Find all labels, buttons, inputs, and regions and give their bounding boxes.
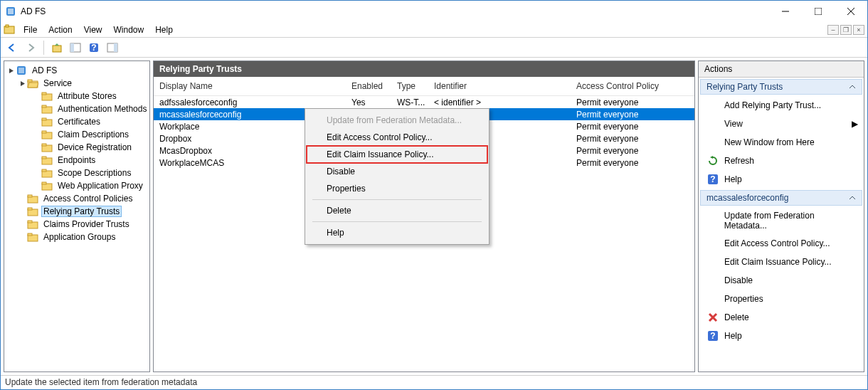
action-item[interactable]: ?Help (699, 170, 864, 189)
tree-pane: AD FSServiceAttribute StoresAuthenticati… (4, 60, 150, 372)
action-item-label: Edit Access Control Policy... (724, 238, 830, 248)
context-menu-item[interactable]: Help (307, 224, 487, 241)
status-bar: Update the selected item from federation… (1, 375, 867, 389)
tree-item-access-control-policies[interactable]: Access Control Policies (4, 192, 149, 205)
list-column-headers: Display Name Enabled Type Identifier Acc… (154, 77, 694, 96)
context-menu-item[interactable]: Delete (307, 202, 487, 219)
actions-group-header[interactable]: Relying Party Trusts (700, 79, 862, 95)
svg-rect-22 (42, 105, 46, 107)
collapse-icon[interactable] (849, 194, 856, 201)
up-button[interactable] (48, 39, 65, 56)
tree-twisty[interactable] (7, 68, 16, 74)
svg-rect-28 (42, 144, 46, 146)
action-item[interactable]: Update from Federation Metadata... (699, 207, 864, 234)
action-item[interactable]: View▶ (699, 115, 864, 133)
actions-pane-header: Actions (699, 61, 864, 78)
list-pane: Relying Party Trusts Display Name Enable… (153, 60, 695, 372)
action-item-label: Properties (724, 294, 763, 304)
tree-item-scope-descriptions[interactable]: Scope Descriptions (4, 167, 149, 179)
action-item-label: Delete (724, 312, 749, 322)
mdi-minimize-button[interactable]: – (827, 25, 839, 35)
action-item-label: New Window from Here (724, 137, 815, 147)
action-icon-blank (707, 118, 719, 130)
context-menu-item[interactable]: Edit Access Control Policy... (307, 129, 487, 146)
tree-service[interactable]: Service (4, 77, 149, 90)
tree-item-authentication-methods[interactable]: Authentication Methods (4, 102, 149, 115)
forward-button[interactable] (22, 39, 39, 56)
menu-window[interactable]: Window (108, 23, 150, 37)
mdi-close-button[interactable]: × (853, 25, 864, 35)
cell-display-name: adfssalesforceconfig (154, 98, 346, 107)
minimize-button[interactable] (769, 1, 802, 22)
submenu-arrow-icon: ▶ (852, 119, 858, 129)
cell-enabled: Yes (346, 98, 391, 107)
tree-item-attribute-stores[interactable]: Attribute Stores (4, 90, 149, 102)
cell-acp: Permit everyone (571, 158, 694, 168)
col-access-control-policy[interactable]: Access Control Policy (571, 77, 694, 95)
folder-icon (27, 78, 38, 89)
show-hide-tree-button[interactable] (67, 39, 84, 56)
action-item[interactable]: Properties (699, 290, 864, 308)
table-row[interactable]: adfssalesforceconfigYesWS-T...< identifi… (154, 96, 694, 108)
menu-file[interactable]: File (18, 23, 43, 37)
context-menu-item[interactable]: Disable (307, 163, 487, 180)
title-bar: AD FS (1, 1, 867, 22)
menu-view[interactable]: View (78, 23, 108, 37)
col-identifier[interactable]: Identifier (428, 77, 571, 95)
show-hide-action-button[interactable] (104, 39, 121, 56)
svg-rect-34 (42, 182, 46, 184)
col-enabled[interactable]: Enabled (346, 77, 391, 95)
col-display-name[interactable]: Display Name (154, 77, 346, 95)
tree-item-label: Web Application Proxy (55, 180, 145, 191)
context-menu-item[interactable]: Edit Claim Issuance Policy... (307, 146, 487, 163)
folder-icon (27, 218, 38, 230)
cell-acp: Permit everyone (571, 110, 694, 120)
action-item[interactable]: Add Relying Party Trust... (699, 96, 864, 115)
tree-twisty[interactable] (18, 80, 27, 87)
action-item[interactable]: Delete (699, 308, 864, 327)
tree-item-relying-party-trusts[interactable]: Relying Party Trusts (4, 205, 149, 218)
folder-icon (41, 167, 53, 179)
action-icon-blank (707, 100, 719, 111)
action-item[interactable]: Edit Claim Issuance Policy... (699, 253, 864, 271)
toolbar-separator (43, 41, 44, 55)
action-item[interactable]: New Window from Here (699, 133, 864, 152)
folder-icon (41, 129, 53, 140)
action-icon-blank (707, 215, 719, 226)
actions-group-header[interactable]: mcassalesforceconfig (700, 190, 862, 206)
action-item[interactable]: Refresh (699, 152, 864, 170)
close-button[interactable] (835, 1, 867, 22)
menu-help[interactable]: Help (149, 23, 179, 37)
tree-item-label: Claim Descriptions (55, 129, 131, 140)
action-item[interactable]: Disable (699, 271, 864, 290)
tree-item-label: AD FS (30, 65, 59, 76)
cell-type: WS-T... (391, 98, 428, 107)
col-type[interactable]: Type (391, 77, 428, 95)
tree-item-label: Attribute Stores (55, 90, 119, 102)
maximize-button[interactable] (802, 1, 835, 22)
back-button[interactable] (4, 39, 21, 56)
mdi-restore-button[interactable]: ❐ (840, 25, 852, 35)
collapse-icon[interactable] (849, 83, 856, 90)
action-item[interactable]: Edit Access Control Policy... (699, 234, 864, 253)
svg-rect-42 (28, 233, 32, 236)
tree-item-claims-provider-trusts[interactable]: Claims Provider Trusts (4, 218, 149, 231)
tree-item-application-groups[interactable]: Application Groups (4, 231, 149, 243)
tree-item-web-application-proxy[interactable]: Web Application Proxy (4, 179, 149, 192)
action-item[interactable]: ?Help (699, 327, 864, 345)
tree-item-device-registration[interactable]: Device Registration (4, 141, 149, 154)
tree-item-label: Device Registration (55, 142, 134, 153)
tree-item-endpoints[interactable]: Endpoints (4, 154, 149, 167)
help-icon: ? (707, 330, 719, 342)
context-menu-item[interactable]: Properties (307, 180, 487, 197)
tree-item-certificates[interactable]: Certificates (4, 115, 149, 128)
svg-rect-26 (42, 131, 46, 133)
tree-item-claim-descriptions[interactable]: Claim Descriptions (4, 128, 149, 141)
tree-item-label: Claims Provider Trusts (41, 218, 132, 230)
menu-action[interactable]: Action (43, 23, 78, 37)
help-toolbar-button[interactable]: ? (85, 39, 102, 56)
tree-root[interactable]: AD FS (4, 64, 149, 77)
svg-rect-38 (28, 208, 32, 210)
svg-rect-16 (18, 68, 24, 73)
svg-rect-32 (42, 169, 46, 172)
